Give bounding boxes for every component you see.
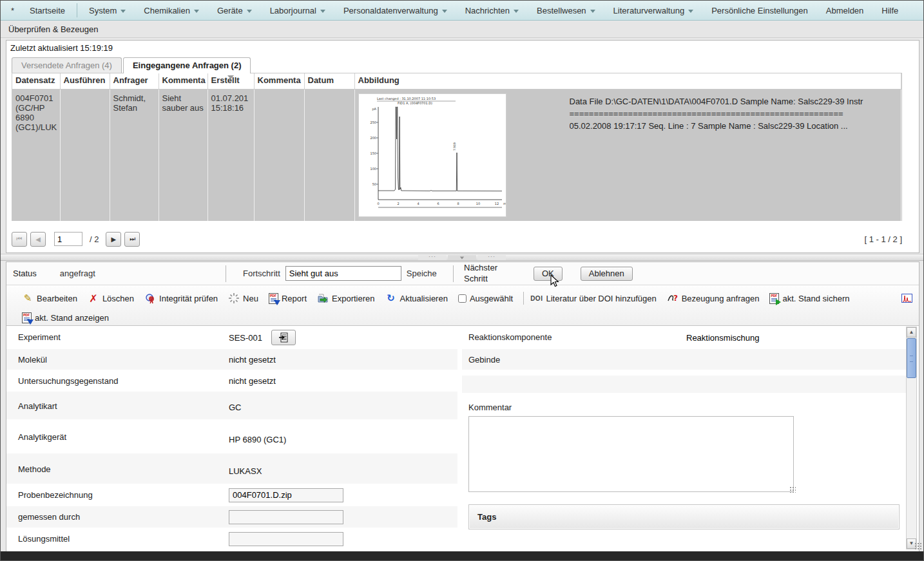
fortschritt-input[interactable] — [285, 266, 401, 281]
cell-kommentar1: Sieht sauber aus — [159, 90, 207, 222]
doi-literatur-button[interactable]: DOILiteratur über DOI hinzufügen — [530, 294, 657, 303]
bearbeiten-button[interactable]: ✎Bearbeiten — [22, 292, 77, 304]
svg-text:0: 0 — [377, 202, 379, 205]
chevron-down-icon — [460, 256, 464, 259]
menu-item-chemikalien[interactable]: Chemikalien — [135, 6, 208, 15]
first-page-button[interactable]: ⏮ — [12, 232, 27, 247]
akt-stand-anzeigen-button[interactable]: PDFakt. Stand anzeigen — [22, 312, 109, 323]
loesungsmittel-input[interactable] — [229, 532, 343, 546]
menu-item-hilfe[interactable]: Hilfe — [872, 6, 907, 15]
mini-chromatogram-icon — [901, 294, 912, 303]
menu-item-literaturverwaltung[interactable]: Literaturverwaltung — [604, 6, 703, 15]
aktualisieren-button[interactable]: ↻Aktualisieren — [385, 292, 447, 304]
exportieren-button[interactable]: Exportieren — [317, 292, 374, 304]
svg-text:FID1 A, (004F0701.D): FID1 A, (004F0701.D) — [398, 101, 432, 105]
table-header-row: Datensatz Ausführen Anfrager Kommenta Er… — [12, 73, 901, 90]
experiment-label: Experiment — [6, 327, 229, 348]
home-star-item[interactable]: * — [10, 6, 21, 15]
kommentar-label: Kommentar — [462, 394, 906, 416]
loeschen-button[interactable]: ✗Löschen — [88, 292, 134, 304]
neu-button[interactable]: Neu — [228, 292, 258, 304]
toolbar-divider — [523, 292, 524, 305]
splitter-grip[interactable]: ··· — [477, 255, 506, 260]
action-toolbar: ✎Bearbeiten ✗Löschen Integrität prüfen N… — [6, 286, 919, 326]
form-row-untersuchungsgegenstand: Untersuchungsgegenstand nicht gesetzt — [6, 370, 457, 392]
status-bar: Status angefragt Fortschritt Speiche Näc… — [6, 262, 919, 285]
arrow-down-icon — [274, 300, 280, 305]
result-line-1: Data File D:\GC-DATEN\1\DATA\004F0701.D … — [570, 96, 879, 108]
molekuel-label: Molekül — [6, 349, 229, 370]
tags-header[interactable]: Tags — [469, 505, 899, 529]
arrow-right-icon — [776, 299, 781, 305]
ablehnen-button[interactable]: Ablehnen — [581, 267, 633, 281]
experiment-value: SES-001 — [229, 333, 262, 343]
integritaet-pruefen-button[interactable]: Integrität prüfen — [144, 292, 218, 304]
col-header-abbildung[interactable]: Abbildung — [354, 73, 901, 90]
tab-versendete-anfragen[interactable]: Versendete Anfragen (4) — [12, 57, 122, 73]
delete-x-icon: ✗ — [88, 292, 99, 304]
breadcrumb: Überprüfen & Bezeugen — [1, 21, 923, 38]
requests-panel: Zuletzt aktualisiert 15:19:19 Versendete… — [6, 40, 919, 253]
next-page-button[interactable]: ▶ — [106, 232, 121, 247]
page-count-label: / 2 — [90, 234, 99, 244]
chromatogram-thumbnail[interactable]: Last changed : 31.10.2007 11:10:53 FID1 … — [358, 93, 506, 217]
col-header-datensatz[interactable]: Datensatz — [12, 73, 60, 90]
prev-page-button[interactable]: ◀ — [30, 232, 46, 247]
chevron-down-icon — [247, 10, 252, 13]
form-row-probenbezeichnung: Probenbezeichnung — [6, 484, 457, 506]
ausgewaehlt-checkbox[interactable] — [458, 294, 467, 303]
splitter-collapse-button[interactable] — [448, 255, 476, 260]
record-range-label: [ 1 - 1 / 2 ] — [864, 234, 902, 244]
pdf-save-icon: PDF — [769, 293, 779, 304]
menu-item-geraete[interactable]: Geräte — [208, 6, 261, 15]
new-sparkle-icon — [228, 292, 240, 304]
menu-item-bestellwesen[interactable]: Bestellwesen — [528, 6, 604, 15]
detail-panel: Status angefragt Fortschritt Speiche Näc… — [6, 261, 919, 552]
splitter-grip[interactable]: ··· — [418, 255, 447, 260]
table-row[interactable]: 004F0701 (GC/HP 6890 (GC1)/LUK Schmidt, … — [12, 90, 901, 222]
last-page-button[interactable]: ⏭ — [124, 232, 140, 247]
col-header-erstellt[interactable]: Erstellt — [207, 73, 254, 90]
ausgewaehlt-checkbox-item[interactable]: Ausgewählt — [458, 294, 513, 303]
page-number-input[interactable] — [54, 232, 82, 246]
gemessen-durch-input[interactable] — [229, 510, 343, 524]
col-header-ausfuehren[interactable]: Ausführen — [60, 73, 110, 90]
detail-form: Experiment SES-001 Molekül nicht gesetzt… — [6, 327, 906, 551]
menu-item-abmelden[interactable]: Abmelden — [817, 6, 873, 15]
chevron-down-icon — [590, 10, 595, 13]
col-header-anfrager[interactable]: Anfrager — [110, 73, 159, 90]
requests-table-wrapper: Datensatz Ausführen Anfrager Kommenta Er… — [12, 73, 902, 221]
kommentar-textarea[interactable] — [468, 416, 794, 492]
menu-item-nachrichten[interactable]: Nachrichten — [456, 6, 528, 15]
menu-item-laborjournal[interactable]: Laborjournal — [261, 6, 334, 15]
open-experiment-button[interactable] — [271, 330, 296, 345]
menu-item-persoenliche-einstellungen[interactable]: Persönliche Einstellungen — [702, 6, 817, 15]
menu-item-startseite[interactable]: Startseite — [21, 6, 74, 15]
menu-item-system[interactable]: System — [80, 6, 135, 15]
analytikart-value: GC — [229, 395, 242, 419]
scroll-up-button[interactable]: ▲ — [907, 327, 916, 338]
col-header-kommentar1[interactable]: Kommenta — [159, 73, 207, 90]
horizontal-splitter[interactable]: ··· ··· — [1, 254, 923, 261]
report-button[interactable]: PDFReport — [269, 293, 307, 304]
bezeugung-anfragen-button[interactable]: ? Bezeugung anfragen — [667, 292, 760, 304]
window-resize-grip[interactable] — [914, 542, 922, 550]
vertical-scrollbar[interactable]: ▲ ▼ — [906, 327, 917, 549]
scrollbar-thumb[interactable] — [907, 338, 916, 378]
col-header-datum[interactable]: Datum — [304, 73, 354, 90]
probenbezeichnung-input[interactable] — [229, 488, 343, 502]
result-line-3: 05.02.2008 19:17:17 Seq. Line : 7 Sample… — [570, 120, 879, 133]
chromatogram-plot: Last changed : 31.10.2007 11:10:53 FID1 … — [359, 94, 506, 216]
chromatogram-view-button[interactable] — [901, 294, 912, 303]
probenbezeichnung-label: Probenbezeichnung — [6, 484, 229, 506]
tab-eingegangene-anfragen[interactable]: Eingegangene Anfragen (2) — [123, 57, 251, 73]
menu-item-personaldatenverwaltung[interactable]: Personaldatenverwaltung — [334, 6, 456, 15]
textarea-resize-grip[interactable] — [789, 486, 796, 493]
col-header-kommentar2[interactable]: Kommenta — [254, 73, 304, 90]
cell-datensatz: 004F0701 (GC/HP 6890 (GC1)/LUK — [12, 90, 60, 222]
ok-button[interactable]: OK — [534, 267, 563, 281]
form-row-analytikgeraet: Analytikgerät HP 6890 (GC1) — [6, 420, 457, 453]
form-row-experiment: Experiment SES-001 — [6, 327, 457, 349]
request-tabs: Versendete Anfragen (4) Eingegangene Anf… — [12, 57, 251, 73]
akt-stand-sichern-button[interactable]: PDFakt. Stand sichern — [769, 293, 849, 304]
